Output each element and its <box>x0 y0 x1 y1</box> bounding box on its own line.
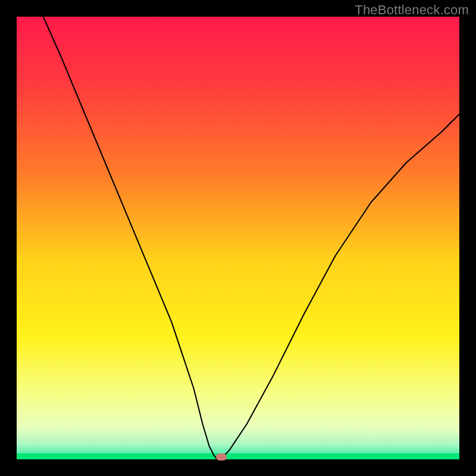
bottleneck-curve <box>17 17 459 459</box>
watermark-text: TheBottleneck.com <box>355 2 469 18</box>
optimal-point-marker <box>216 453 227 461</box>
chart-frame: TheBottleneck.com <box>0 0 476 476</box>
plot-area <box>17 17 459 459</box>
